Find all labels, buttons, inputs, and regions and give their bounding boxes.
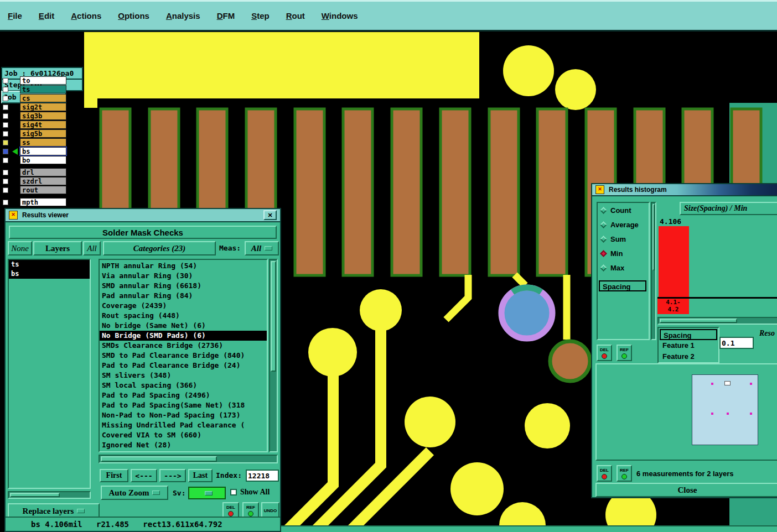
- category-item[interactable]: SM local spacing (366): [100, 380, 267, 390]
- first-button[interactable]: First: [100, 469, 128, 482]
- menu-file[interactable]: File: [8, 11, 22, 20]
- layer-visibility-checkbox[interactable]: [3, 187, 8, 193]
- layer-row-sig5b[interactable]: sig5b: [0, 129, 84, 138]
- layer-name[interactable]: sig5b: [20, 129, 66, 138]
- layer-visibility-checkbox[interactable]: [3, 122, 8, 128]
- menu-edit[interactable]: Edit: [39, 11, 54, 20]
- reso-input[interactable]: [719, 337, 754, 349]
- layer-row-bs[interactable]: bs: [0, 147, 84, 156]
- layer-row-ss[interactable]: ss: [0, 138, 84, 147]
- category-item[interactable]: Pad to Pad Clearance Bridge (24): [100, 361, 267, 371]
- category-item[interactable]: No bridge (Same Net) (6): [100, 321, 267, 331]
- filter-none-button[interactable]: None: [8, 241, 32, 255]
- categories-button[interactable]: Categories (23): [103, 241, 216, 255]
- layer-name[interactable]: mpth: [20, 198, 66, 206]
- show-all-checkbox[interactable]: [230, 489, 237, 496]
- layer-row-mpth[interactable]: mpth: [0, 198, 84, 207]
- layer-visibility-checkbox[interactable]: [3, 113, 8, 119]
- category-item[interactable]: Ignored Net (28): [100, 440, 267, 450]
- layer-row-sig4t[interactable]: sig4t: [0, 121, 84, 129]
- category-item[interactable]: SMD to Pad Clearance Bridge (840): [100, 351, 267, 361]
- category-item[interactable]: Via annular Ring (30): [100, 271, 267, 281]
- stats-vscrollbar[interactable]: [651, 202, 656, 340]
- stat-function-list[interactable]: Count Average Sum Min Max Spacing: [597, 202, 650, 340]
- stat-sum[interactable]: Sum: [598, 232, 649, 246]
- layer-name[interactable]: to: [20, 76, 66, 85]
- layer-row-sig3b[interactable]: sig3b: [0, 112, 84, 121]
- category-item[interactable]: Covered VIA to SM (660): [100, 430, 267, 440]
- close-button[interactable]: Close: [595, 483, 777, 497]
- stat-max[interactable]: Max: [598, 260, 649, 275]
- menu-step[interactable]: Step: [251, 11, 270, 20]
- layer-name[interactable]: sig4t: [20, 121, 66, 129]
- layer-name[interactable]: ss: [20, 138, 66, 147]
- categories-list[interactable]: NPTH annular Ring (54) Via annular Ring …: [99, 259, 268, 452]
- category-item[interactable]: NPTH annular Ring (54): [100, 261, 267, 271]
- stat-count[interactable]: Count: [598, 203, 649, 217]
- histogram-del-button[interactable]: DEL: [597, 345, 612, 361]
- field-feature1[interactable]: Feature 1: [660, 340, 717, 351]
- category-item[interactable]: SMD annular Ring (6618): [100, 281, 267, 291]
- layer-row-szdrl[interactable]: szdrl: [0, 177, 84, 186]
- layer-visibility-checkbox[interactable]: [3, 78, 8, 84]
- filter-layers-button[interactable]: Layers: [33, 241, 82, 255]
- stat-min-selected[interactable]: Min: [598, 246, 649, 260]
- histogram-titlebar[interactable]: ✕ Results histogram: [592, 184, 777, 196]
- layer-name[interactable]: drl: [20, 168, 66, 176]
- menu-options[interactable]: Options: [118, 11, 149, 20]
- chart-area[interactable]: 4.106 4.1-4.2: [657, 216, 777, 299]
- stat-average[interactable]: Average: [598, 217, 649, 232]
- selected-layers-list[interactable]: ts bs: [8, 259, 91, 489]
- next-button[interactable]: --->: [159, 469, 186, 482]
- measurement-preview-panel[interactable]: [595, 363, 777, 461]
- menu-rout[interactable]: Rout: [286, 11, 305, 20]
- histogram-ref-button-2[interactable]: REF: [617, 465, 632, 482]
- layer-row-cs[interactable]: cs: [0, 94, 84, 103]
- menu-dfm[interactable]: DFM: [217, 11, 235, 20]
- layer-visibility-checkbox[interactable]: [3, 140, 8, 145]
- categories-vscrollbar[interactable]: [269, 259, 278, 452]
- chart-hscrollbar[interactable]: [657, 317, 777, 325]
- layer-row-to[interactable]: to: [0, 76, 84, 85]
- category-item[interactable]: Non-Pad to Non-Pad Spacing (173): [100, 410, 267, 420]
- meas-dropdown[interactable]: All: [245, 241, 279, 255]
- menu-windows[interactable]: Windows: [322, 11, 358, 20]
- layer-visibility-checkbox[interactable]: [3, 179, 8, 184]
- measure-type-item[interactable]: Spacing: [599, 280, 646, 291]
- selected-layer-item[interactable]: ts: [9, 260, 90, 269]
- histogram-del-button-2[interactable]: DEL: [597, 465, 612, 482]
- menu-analysis[interactable]: Analysis: [166, 11, 200, 20]
- category-item[interactable]: Pad to Pad Spacing (2496): [100, 390, 267, 400]
- layer-visibility-checkbox[interactable]: [3, 170, 8, 175]
- chart-bar[interactable]: [659, 226, 689, 297]
- layer-row-ts[interactable]: ts: [0, 85, 84, 94]
- layer-name[interactable]: szdrl: [20, 177, 66, 185]
- layer-name[interactable]: sig2t: [20, 103, 66, 111]
- category-item[interactable]: Pad to Pad Spacing(Same Net) (318: [100, 400, 267, 410]
- layer-name[interactable]: bo: [20, 156, 66, 164]
- category-item[interactable]: SM slivers (348): [100, 371, 267, 380]
- layer-visibility-checkbox[interactable]: [3, 87, 8, 92]
- field-feature2[interactable]: Feature 2: [660, 351, 717, 362]
- category-item[interactable]: SMDs Clearance Bridge (2736): [100, 341, 267, 351]
- index-input[interactable]: [246, 470, 279, 482]
- category-item[interactable]: Rout spacing (448): [100, 311, 267, 321]
- layer-visibility-checkbox[interactable]: [3, 158, 8, 163]
- selected-layer-item[interactable]: bs: [9, 269, 90, 279]
- category-item[interactable]: Pad annular Ring (84): [100, 291, 267, 301]
- field-list[interactable]: Spacing Feature 1 Feature 2: [657, 327, 719, 363]
- layer-name[interactable]: sig3b: [20, 112, 66, 120]
- layer-name[interactable]: ts: [20, 85, 66, 93]
- layer-visibility-checkbox[interactable]: [3, 96, 8, 101]
- prev-button[interactable]: <---: [131, 469, 157, 482]
- filter-all-button[interactable]: All: [83, 241, 101, 255]
- field-spacing-selected[interactable]: Spacing: [660, 329, 717, 340]
- category-item[interactable]: Missing Undrilled Pad clearance (: [100, 420, 267, 430]
- layer-visibility-checkbox[interactable]: [3, 131, 8, 137]
- histogram-ref-button[interactable]: REF: [617, 345, 632, 361]
- sv-color-swatch[interactable]: [188, 487, 226, 499]
- layer-name[interactable]: bs: [20, 147, 66, 155]
- layer-visibility-checkbox[interactable]: [3, 200, 8, 205]
- close-icon[interactable]: ✕: [263, 210, 277, 220]
- layer-row-sig2t[interactable]: sig2t: [0, 103, 84, 112]
